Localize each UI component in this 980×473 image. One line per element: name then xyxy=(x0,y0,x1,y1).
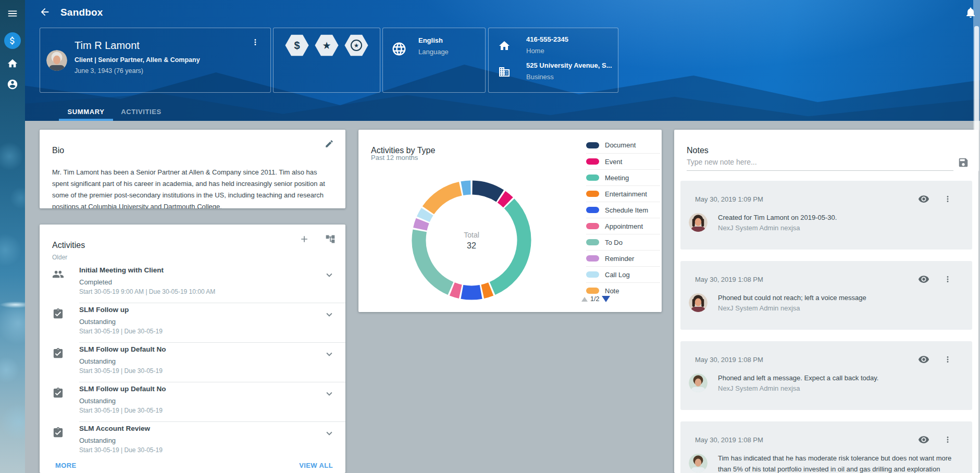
legend-item[interactable]: Note xyxy=(586,282,660,294)
profile-avatar xyxy=(46,50,67,71)
edit-bio-button[interactable] xyxy=(324,138,335,151)
note-visibility-button[interactable] xyxy=(917,192,931,207)
note-more-button[interactable] xyxy=(942,434,953,447)
activity-list-item[interactable]: SLM Account Review Outstanding Start 30-… xyxy=(40,421,345,461)
donut-chart[interactable]: Document: 3Event: 1Meeting: 10Entertainm… xyxy=(409,178,534,303)
donut-segment-To Do[interactable]: To Do: 7 xyxy=(419,231,451,289)
contact-subtitle: Client | Senior Partner, Allen & Company xyxy=(75,56,200,64)
back-button[interactable] xyxy=(34,2,55,23)
legend-swatch xyxy=(586,239,599,245)
activity-list-item[interactable]: SLM Follow up Default No Outstanding Sta… xyxy=(40,342,345,382)
donut-segment-Reminder[interactable]: Reminder: 1 xyxy=(420,221,423,229)
sidebar-item-contacts[interactable] xyxy=(0,78,25,91)
tab-summary[interactable]: SUMMARY xyxy=(59,102,113,121)
phone-number[interactable]: 416-555-2345 xyxy=(526,35,568,43)
legend-label: Document xyxy=(605,141,636,149)
top-bar: Sandbox xyxy=(25,0,980,25)
profile-summary-card: Tim R Lamont Client | Senior Partner, Al… xyxy=(40,28,271,93)
scrollbar-thumb[interactable] xyxy=(974,26,979,172)
expand-activity-button[interactable] xyxy=(324,269,335,282)
legend-item[interactable]: Reminder xyxy=(586,250,660,266)
avatar-image xyxy=(689,374,708,392)
sidebar-item-home[interactable] xyxy=(0,57,25,70)
expand-activity-button[interactable] xyxy=(324,309,335,322)
plus-icon xyxy=(299,234,309,244)
legend-item[interactable]: Meeting xyxy=(586,169,660,185)
legend-item[interactable]: Call Log xyxy=(586,266,660,282)
app-window: Sandbox Tim R Lamont Client | Se xyxy=(0,0,980,473)
profile-more-button[interactable] xyxy=(250,36,261,49)
expand-activity-button[interactable] xyxy=(324,348,335,362)
legend-item[interactable]: Entertainment xyxy=(586,185,660,202)
address-value[interactable]: 525 University Avenue, S... xyxy=(526,61,612,69)
note-item[interactable]: May 30, 2019 1:08 PM Tim has indicated t… xyxy=(680,421,972,473)
legend-item[interactable]: To Do xyxy=(586,234,660,250)
notes-title: Notes xyxy=(687,146,709,155)
badge-star-circle[interactable]: ★ xyxy=(344,34,368,56)
avatar-image xyxy=(689,454,708,472)
donut-segment-Appointment[interactable]: Appointment: 1 xyxy=(452,289,461,292)
activity-list-item[interactable]: SLM Follow up Default No Outstanding Sta… xyxy=(40,382,345,421)
chart-legend: Document Event Meeting Entertainment Sch… xyxy=(586,137,660,294)
activity-list-item[interactable]: SLM Follow up Outstanding Start 30-05-19… xyxy=(40,303,345,342)
donut-segment-Call Log[interactable]: Call Log: 1 xyxy=(423,211,427,219)
expand-activity-button[interactable] xyxy=(324,428,335,441)
legend-label: Note xyxy=(605,287,619,295)
expand-activity-button[interactable] xyxy=(324,388,335,401)
badge-dollar[interactable]: $ xyxy=(285,34,309,56)
activity-list-item[interactable]: Initial Meeting with Client Completed St… xyxy=(40,263,345,303)
legend-item[interactable]: Event xyxy=(586,153,660,169)
donut-segment-Entertainment[interactable]: Entertainment: 1 xyxy=(482,289,491,292)
note-item[interactable]: May 30, 2019 1:08 PM Phoned and left a m… xyxy=(680,341,972,410)
donut-segment-Schedule Item[interactable]: Schedule Item: 2 xyxy=(462,292,481,293)
divider xyxy=(79,421,345,422)
sidebar-item-finance[interactable] xyxy=(4,32,21,49)
notes-card: Notes May 30, 2019 1:09 PM Created for T… xyxy=(674,130,978,473)
avatar-image xyxy=(689,213,708,232)
legend-item[interactable]: Appointment xyxy=(586,218,660,234)
note-author: NexJ System Admin nexjsa xyxy=(718,304,963,312)
contact-info-card: 416-555-2345 Home 525 University Avenue,… xyxy=(488,28,618,93)
badge-star[interactable]: ★ xyxy=(315,34,339,56)
donut-segment-Meeting[interactable]: Meeting: 10 xyxy=(492,204,524,289)
note-item[interactable]: May 30, 2019 1:09 PM Created for Tim Lam… xyxy=(680,181,972,250)
activity-dates: Start 30-05-19 | Due 30-05-19 xyxy=(79,367,163,375)
add-activity-button[interactable] xyxy=(298,233,311,247)
note-more-button[interactable] xyxy=(942,273,953,287)
view-all-button[interactable]: VIEW ALL xyxy=(299,462,333,469)
save-note-button[interactable] xyxy=(957,156,970,171)
legend-swatch xyxy=(586,142,599,148)
legend-label: Meeting xyxy=(605,174,629,182)
donut-segment-Event[interactable]: Event: 1 xyxy=(501,197,508,203)
activity-status: Outstanding xyxy=(79,397,116,405)
legend-item[interactable]: Document xyxy=(586,137,660,153)
note-author: NexJ System Admin nexjsa xyxy=(718,224,963,232)
note-visibility-button[interactable] xyxy=(917,433,931,448)
tab-activities[interactable]: ACTIVITIES xyxy=(117,102,165,121)
new-note-input[interactable] xyxy=(687,156,953,171)
legend-page-down-icon[interactable] xyxy=(602,296,610,302)
activity-status: Outstanding xyxy=(79,318,116,326)
note-visibility-button[interactable] xyxy=(917,272,931,288)
bio-title: Bio xyxy=(52,146,64,155)
menu-button[interactable] xyxy=(0,7,25,20)
donut-segment-Note[interactable]: Note: 4 xyxy=(428,189,461,210)
notes-list: May 30, 2019 1:09 PM Created for Tim Lam… xyxy=(680,181,972,473)
donut-segment-Document[interactable]: Document: 3 xyxy=(473,188,500,196)
note-item[interactable]: May 30, 2019 1:08 PM Phoned but could no… xyxy=(680,261,972,330)
donut-segment-other[interactable]: : 1 xyxy=(462,188,471,189)
language-value: English xyxy=(418,36,443,44)
legend-page-up-icon[interactable] xyxy=(581,297,588,302)
note-more-button[interactable] xyxy=(942,193,953,206)
activity-status: Outstanding xyxy=(79,357,116,365)
vertical-scrollbar[interactable] xyxy=(973,0,980,473)
legend-item[interactable]: Schedule Item xyxy=(586,202,660,218)
chevron-down-icon xyxy=(324,388,335,400)
chevron-down-icon xyxy=(324,309,335,320)
note-visibility-button[interactable] xyxy=(917,353,931,368)
note-body: Phoned but could not reach; left a voice… xyxy=(718,292,963,312)
note-timestamp: May 30, 2019 1:08 PM xyxy=(695,436,763,444)
note-more-button[interactable] xyxy=(942,354,953,367)
more-button[interactable]: MORE xyxy=(55,462,77,469)
hierarchy-view-button[interactable] xyxy=(324,233,337,247)
